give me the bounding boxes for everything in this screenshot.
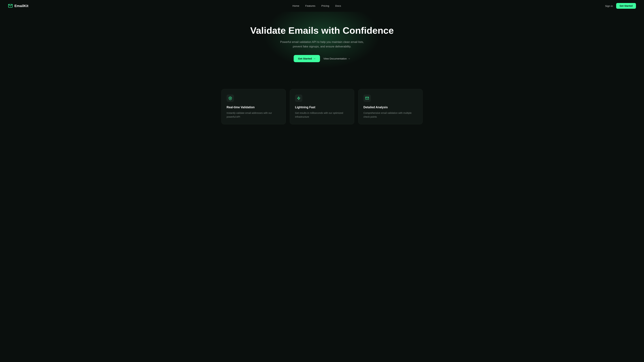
feature-icon-shield-wrap bbox=[226, 94, 234, 102]
hero-headline: Validate Emails with Confidence bbox=[3, 25, 641, 36]
svg-point-1 bbox=[230, 98, 231, 99]
nav-features[interactable]: Features bbox=[305, 4, 315, 7]
feature-card-analysis: Detailed Analysis Comprehensive email va… bbox=[358, 89, 422, 124]
nav-links: Home Features Pricing Docs bbox=[292, 4, 341, 7]
feature-desc-realtime: Instantly validate email addresses with … bbox=[226, 111, 280, 119]
arrow-right-icon: → bbox=[313, 57, 316, 60]
feature-desc-lightning: Get results in milliseconds with our opt… bbox=[295, 111, 349, 119]
features-grid: Real-time Validation Instantly validate … bbox=[221, 89, 422, 124]
feature-card-lightning: Lightning Fast Get results in millisecon… bbox=[290, 89, 354, 124]
nav-home[interactable]: Home bbox=[292, 4, 299, 7]
sign-in-button[interactable]: Sign in bbox=[605, 4, 613, 7]
view-documentation-button[interactable]: View Documentation → bbox=[323, 57, 350, 60]
navbar: EmailKit Home Features Pricing Docs Sign… bbox=[0, 0, 644, 12]
feature-card-realtime: Real-time Validation Instantly validate … bbox=[221, 89, 286, 124]
nav-right: Sign in Get Started bbox=[605, 3, 636, 9]
shield-icon bbox=[228, 96, 232, 100]
arrow-right-icon-2: → bbox=[348, 57, 350, 60]
nav-docs[interactable]: Docs bbox=[335, 4, 341, 7]
feature-title-realtime: Real-time Validation bbox=[226, 106, 280, 109]
feature-desc-analysis: Comprehensive email validation with mult… bbox=[364, 111, 418, 119]
mail-icon bbox=[365, 96, 369, 100]
hero-section: Validate Emails with Confidence Powerful… bbox=[0, 12, 644, 72]
feature-title-analysis: Detailed Analysis bbox=[364, 106, 418, 109]
hero-buttons: Get Started → View Documentation → bbox=[3, 55, 641, 62]
logo[interactable]: EmailKit bbox=[8, 3, 28, 8]
feature-icon-mail-wrap bbox=[364, 94, 371, 102]
logo-icon bbox=[8, 3, 13, 8]
brand-name: EmailKit bbox=[14, 4, 28, 8]
get-started-label: Get Started bbox=[298, 57, 312, 60]
feature-title-lightning: Lightning Fast bbox=[295, 106, 349, 109]
hero-get-started-button[interactable]: Get Started → bbox=[294, 55, 320, 62]
view-docs-label: View Documentation bbox=[323, 57, 347, 60]
get-started-nav-button[interactable]: Get Started bbox=[616, 3, 636, 9]
lightning-icon bbox=[297, 96, 300, 100]
feature-icon-lightning-wrap bbox=[295, 94, 302, 102]
features-section: Real-time Validation Instantly validate … bbox=[0, 72, 644, 134]
nav-pricing[interactable]: Pricing bbox=[321, 4, 329, 7]
hero-subheadline: Powerful email validation API to help yo… bbox=[278, 40, 366, 49]
